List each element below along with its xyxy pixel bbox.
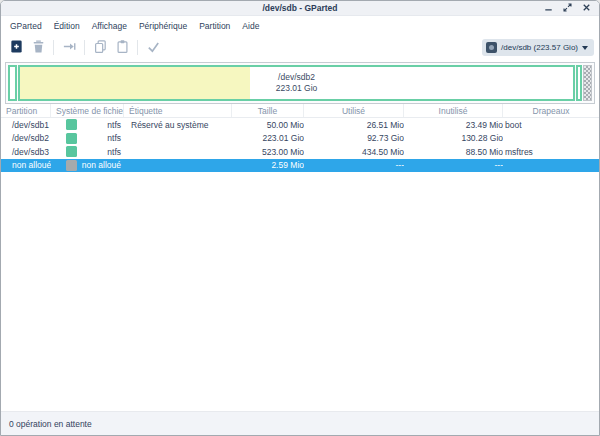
device-selector-value: /dev/sdb (223.57 Gio)	[501, 43, 578, 52]
menu-partition[interactable]: Partition	[193, 19, 236, 33]
menu-edition[interactable]: Édition	[48, 19, 86, 33]
filesystem-name: ntfs	[107, 147, 121, 157]
table-row[interactable]: /dev/sdb3ntfs523.00 Mio434.50 Mio88.50 M…	[1, 145, 599, 159]
column-header-0[interactable]: Partition	[1, 104, 51, 117]
trash-icon	[31, 39, 46, 57]
hard-drive-icon	[486, 42, 497, 53]
table-header-row: PartitionSystème de fichiersÉtiquetteTai…	[1, 104, 599, 118]
toolbar-paste-button[interactable]	[111, 37, 133, 58]
table-row[interactable]: /dev/sdb2ntfs223.01 Gio92.73 Gio130.28 G…	[1, 132, 599, 146]
cell-filesystem: non alloué	[51, 160, 124, 171]
toolbar-buttons	[5, 37, 164, 58]
status-bar: 0 opération en attente	[1, 411, 599, 435]
menu-peripherique[interactable]: Périphérique	[133, 19, 193, 33]
toolbar-copy-button[interactable]	[89, 37, 111, 58]
toolbar-new-partition-button[interactable]	[5, 37, 27, 58]
minimize-button[interactable]	[542, 2, 554, 14]
copy-icon	[93, 39, 108, 57]
cell-partition: /dev/sdb3	[1, 147, 51, 157]
resize-icon	[62, 39, 77, 57]
disk-segment-sdb2[interactable]: /dev/sdb2223.01 Gio	[18, 65, 575, 101]
cell-label: Réservé au système	[124, 120, 232, 130]
cell-flags: boot	[503, 120, 599, 130]
filesystem-name: ntfs	[107, 120, 121, 130]
cell-unused: ---	[404, 160, 503, 170]
restore-icon	[562, 0, 573, 17]
cell-flags: msftres	[503, 147, 599, 157]
disk-segment-unallocated[interactable]	[583, 65, 592, 101]
cell-unused: 130.28 Gio	[404, 133, 503, 143]
menu-affichage[interactable]: Affichage	[86, 19, 133, 33]
disk-segment-sdb1[interactable]	[8, 65, 17, 101]
cell-unused: 23.49 Mio	[404, 120, 503, 130]
menu-gparted[interactable]: GParted	[4, 19, 48, 33]
cell-filesystem: ntfs	[51, 146, 124, 157]
disk-segment-sdb3[interactable]	[576, 65, 582, 101]
cell-size: 2.59 Mio	[232, 160, 304, 170]
disk-segment-label: /dev/sdb2223.01 Gio	[276, 72, 318, 95]
toolbar-separator	[53, 40, 54, 55]
cell-partition: /dev/sdb2	[1, 133, 51, 143]
cell-filesystem: ntfs	[51, 119, 124, 130]
table-row[interactable]: /dev/sdb1ntfsRéservé au système50.00 Mio…	[1, 118, 599, 132]
check-icon	[146, 39, 161, 57]
window-controls	[542, 2, 599, 14]
column-header-4[interactable]: Utilisé	[304, 104, 404, 117]
cell-size: 50.00 Mio	[232, 120, 304, 130]
cell-size: 523.00 Mio	[232, 147, 304, 157]
toolbar-delete-partition-button[interactable]	[27, 37, 49, 58]
gparted-window: /dev/sdb - GParted GPartedÉditionAfficha…	[0, 0, 600, 436]
empty-area	[1, 172, 599, 411]
column-header-3[interactable]: Taille	[232, 104, 304, 117]
cell-used: ---	[304, 160, 404, 170]
close-button[interactable]	[580, 2, 592, 14]
window-title: /dev/sdb - GParted	[1, 3, 599, 13]
table-body: /dev/sdb1ntfsRéservé au système50.00 Mio…	[1, 118, 599, 172]
paste-icon	[115, 39, 130, 57]
close-icon	[581, 0, 592, 17]
column-header-5[interactable]: Inutilisé	[404, 104, 503, 117]
filesystem-color-swatch	[66, 160, 77, 171]
cell-used: 434.50 Mio	[304, 147, 404, 157]
restore-button[interactable]	[561, 2, 573, 14]
cell-used: 26.51 Mio	[304, 120, 404, 130]
title-bar: /dev/sdb - GParted	[1, 1, 599, 16]
column-header-2[interactable]: Étiquette	[124, 104, 232, 117]
cell-used: 92.73 Gio	[304, 133, 404, 143]
filesystem-color-swatch	[66, 146, 77, 157]
filesystem-color-swatch	[66, 133, 77, 144]
menu-bar: GPartedÉditionAffichagePériphériqueParti…	[1, 16, 599, 35]
cell-unused: 88.50 Mio	[404, 147, 503, 157]
partition-table: PartitionSystème de fichiersÉtiquetteTai…	[1, 104, 599, 172]
toolbar-separator	[84, 40, 85, 55]
table-row[interactable]: non allouénon alloué2.59 Mio------	[1, 159, 599, 173]
new-icon	[9, 39, 24, 57]
column-header-1[interactable]: Système de fichiers	[51, 104, 124, 117]
filesystem-name: non alloué	[82, 160, 121, 170]
disk-visual-bar: /dev/sdb2223.01 Gio	[5, 62, 595, 104]
toolbar-apply-button[interactable]	[142, 37, 164, 58]
cell-filesystem: ntfs	[51, 133, 124, 144]
toolbar: /dev/sdb (223.57 Gio)	[1, 35, 599, 60]
cell-partition: /dev/sdb1	[1, 120, 51, 130]
device-selector[interactable]: /dev/sdb (223.57 Gio)	[482, 39, 594, 56]
cell-partition: non alloué	[1, 160, 51, 170]
filesystem-color-swatch	[66, 119, 77, 130]
filesystem-name: ntfs	[107, 133, 121, 143]
chevron-down-icon	[582, 46, 588, 50]
minimize-icon	[543, 0, 554, 17]
used-space-fill	[20, 67, 250, 99]
pending-operations-text: 0 opération en attente	[9, 419, 92, 429]
toolbar-resize-move-button[interactable]	[58, 37, 80, 58]
toolbar-separator	[137, 40, 138, 55]
cell-size: 223.01 Gio	[232, 133, 304, 143]
menu-aide[interactable]: Aide	[236, 19, 265, 33]
column-header-6[interactable]: Drapeaux	[503, 104, 599, 117]
